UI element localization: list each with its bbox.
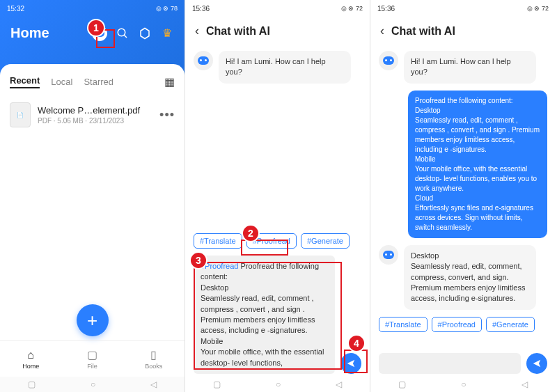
ai-avatar-icon (194, 51, 213, 70)
premium-crown-icon[interactable]: ♛ (160, 26, 174, 40)
screen-home: 15:32 ◎ ⊗ 78 Home ♛ Recent Local Starred… (0, 0, 185, 392)
chat-body: Hi! I am Lumi. How can I help you? Proof… (370, 45, 556, 349)
system-nav: ▢ ○ ◁ (370, 377, 556, 392)
send-button[interactable] (526, 353, 547, 374)
ai-avatar-icon (379, 245, 398, 265)
suggestion-translate[interactable]: #Translate (379, 317, 427, 332)
tab-starred[interactable]: Starred (84, 77, 113, 87)
status-indicators: ◎ ⊗ 72 (527, 5, 549, 12)
status-time: 15:32 (7, 5, 24, 13)
sys-back-icon[interactable]: ◁ (336, 379, 342, 389)
callout-marker-2: 2 (242, 224, 260, 242)
ai-message: Hi! I am Lumi. How can I help you? (379, 51, 547, 84)
send-button[interactable] (340, 353, 361, 374)
ai-avatar-icon (379, 51, 398, 70)
chat-title: Chat with AI (206, 25, 270, 38)
file-more-icon[interactable]: ••• (159, 108, 175, 123)
screen-chat-reply: 15:36 ◎ ⊗ 72 ‹ Chat with AI Hi! I am Lum… (370, 0, 556, 392)
svg-line-1 (124, 35, 127, 38)
callout-marker-1: 1 (87, 19, 105, 37)
ai-reply-message: Desktop Seamlessly read, edit, comment, … (379, 245, 547, 310)
status-time: 15:36 (192, 5, 210, 13)
sys-home-icon[interactable]: ○ (91, 379, 95, 389)
status-bar: 15:36 ◎ ⊗ 72 (370, 0, 556, 17)
suggestion-proofread[interactable]: #Proofread (432, 317, 482, 332)
page-title: Home (10, 25, 49, 41)
tab-recent[interactable]: Recent (10, 75, 40, 88)
sys-recent-icon[interactable]: ▢ (398, 379, 406, 389)
chat-input-area: #Proofread Proofread the following conte… (185, 251, 370, 392)
status-bar: 15:32 ◎ ⊗ 78 (0, 0, 185, 17)
suggestion-generate[interactable]: #Generate (301, 233, 350, 249)
nav-home[interactable]: ⌂Home (0, 341, 61, 377)
user-message: Proofread the following content: Desktop… (408, 91, 547, 238)
sys-recent-icon[interactable]: ▢ (28, 379, 36, 389)
back-icon[interactable]: ‹ (380, 24, 384, 38)
sys-recent-icon[interactable]: ▢ (213, 379, 221, 389)
fab-add-button[interactable]: + (77, 304, 109, 336)
chat-title: Chat with AI (391, 25, 455, 38)
suggestion-row: #Translate #Proofread #Generate (185, 230, 370, 251)
svg-marker-2 (141, 28, 149, 38)
callout-marker-3: 3 (189, 251, 207, 269)
settings-icon[interactable] (138, 26, 152, 40)
search-icon[interactable] (116, 26, 130, 40)
ai-reply: Desktop Seamlessly read, edit, comment, … (404, 245, 536, 310)
status-indicators: ◎ ⊗ 78 (156, 5, 178, 12)
file-name: Welcome P…element.pdf (38, 105, 152, 116)
status-time: 15:36 (377, 5, 395, 13)
ai-greeting: Hi! I am Lumi. How can I help you? (404, 51, 536, 84)
file-list-item[interactable]: 📄 Welcome P…element.pdf PDF · 5.06 MB · … (10, 98, 175, 132)
sys-home-icon[interactable]: ○ (461, 379, 466, 389)
grid-view-icon[interactable]: ▦ (164, 75, 175, 88)
sys-back-icon[interactable]: ◁ (521, 379, 528, 389)
ai-greeting: Hi! I am Lumi. How can I help you? (219, 51, 351, 84)
chat-body: Hi! I am Lumi. How can I help you? (185, 45, 370, 230)
pdf-thumb-icon: 📄 (10, 102, 31, 127)
suggestion-generate[interactable]: #Generate (486, 317, 535, 332)
suggestion-translate[interactable]: #Translate (194, 233, 242, 249)
callout-marker-4: 4 (347, 334, 366, 352)
chat-header: ‹ Chat with AI (370, 17, 556, 45)
file-meta: PDF · 5.06 MB · 23/11/2023 (38, 117, 152, 125)
back-icon[interactable]: ‹ (195, 24, 199, 38)
tab-local[interactable]: Local (51, 77, 72, 87)
status-bar: 15:36 ◎ ⊗ 72 (185, 0, 370, 17)
system-nav: ▢ ○ ◁ (0, 377, 185, 392)
system-nav: ▢ ○ ◁ (185, 377, 370, 392)
chat-input[interactable]: #Proofread Proofread the following conte… (194, 256, 335, 374)
chat-input[interactable] (379, 353, 521, 374)
bottom-nav: ⌂Home ▢File ▯Books (0, 340, 185, 377)
chat-header: ‹ Chat with AI (185, 17, 370, 45)
ai-message: Hi! I am Lumi. How can I help you? (194, 51, 361, 84)
status-indicators: ◎ ⊗ 72 (341, 5, 363, 12)
nav-file[interactable]: ▢File (61, 341, 123, 377)
sys-back-icon[interactable]: ◁ (150, 379, 157, 389)
screen-chat-input: 15:36 ◎ ⊗ 72 ‹ Chat with AI Hi! I am Lum… (185, 0, 370, 392)
svg-point-0 (118, 29, 125, 36)
nav-books[interactable]: ▯Books (123, 341, 185, 377)
suggestion-row: #Translate #Proofread #Generate (379, 317, 547, 332)
sys-home-icon[interactable]: ○ (276, 379, 281, 389)
